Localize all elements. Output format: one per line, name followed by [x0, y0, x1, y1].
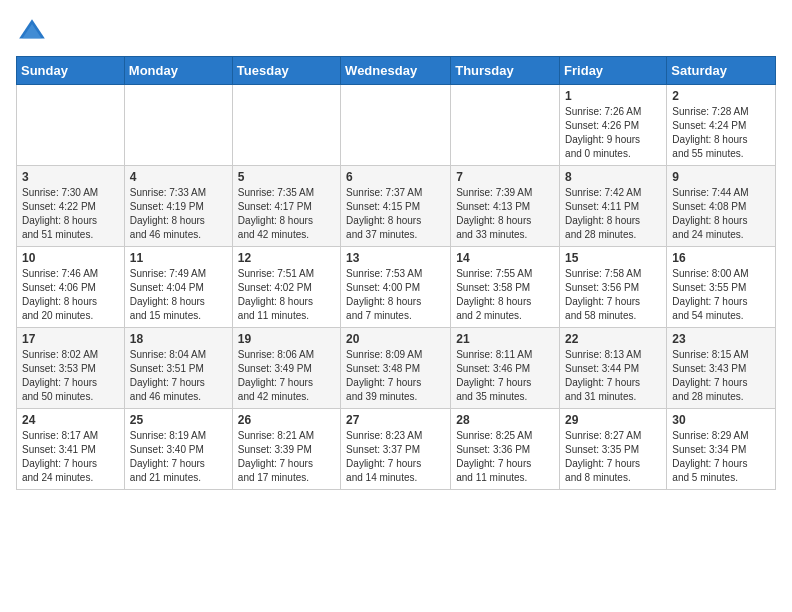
calendar-cell: 27Sunrise: 8:23 AM Sunset: 3:37 PM Dayli…	[341, 409, 451, 490]
calendar-cell: 17Sunrise: 8:02 AM Sunset: 3:53 PM Dayli…	[17, 328, 125, 409]
day-info: Sunrise: 8:19 AM Sunset: 3:40 PM Dayligh…	[130, 429, 227, 485]
calendar-cell: 24Sunrise: 8:17 AM Sunset: 3:41 PM Dayli…	[17, 409, 125, 490]
day-number: 8	[565, 170, 661, 184]
calendar-cell	[124, 85, 232, 166]
day-number: 9	[672, 170, 770, 184]
calendar-cell: 16Sunrise: 8:00 AM Sunset: 3:55 PM Dayli…	[667, 247, 776, 328]
logo-icon	[16, 16, 48, 48]
calendar-week-4: 17Sunrise: 8:02 AM Sunset: 3:53 PM Dayli…	[17, 328, 776, 409]
calendar-cell: 26Sunrise: 8:21 AM Sunset: 3:39 PM Dayli…	[232, 409, 340, 490]
weekday-header-thursday: Thursday	[451, 57, 560, 85]
calendar-cell: 8Sunrise: 7:42 AM Sunset: 4:11 PM Daylig…	[560, 166, 667, 247]
day-number: 30	[672, 413, 770, 427]
day-number: 15	[565, 251, 661, 265]
day-info: Sunrise: 8:27 AM Sunset: 3:35 PM Dayligh…	[565, 429, 661, 485]
calendar-cell: 3Sunrise: 7:30 AM Sunset: 4:22 PM Daylig…	[17, 166, 125, 247]
day-number: 21	[456, 332, 554, 346]
calendar-cell: 30Sunrise: 8:29 AM Sunset: 3:34 PM Dayli…	[667, 409, 776, 490]
day-info: Sunrise: 8:09 AM Sunset: 3:48 PM Dayligh…	[346, 348, 445, 404]
day-number: 1	[565, 89, 661, 103]
day-info: Sunrise: 8:02 AM Sunset: 3:53 PM Dayligh…	[22, 348, 119, 404]
day-info: Sunrise: 7:58 AM Sunset: 3:56 PM Dayligh…	[565, 267, 661, 323]
day-number: 12	[238, 251, 335, 265]
calendar-cell: 14Sunrise: 7:55 AM Sunset: 3:58 PM Dayli…	[451, 247, 560, 328]
day-info: Sunrise: 7:35 AM Sunset: 4:17 PM Dayligh…	[238, 186, 335, 242]
calendar-cell: 6Sunrise: 7:37 AM Sunset: 4:15 PM Daylig…	[341, 166, 451, 247]
day-number: 2	[672, 89, 770, 103]
day-number: 11	[130, 251, 227, 265]
calendar-cell: 4Sunrise: 7:33 AM Sunset: 4:19 PM Daylig…	[124, 166, 232, 247]
weekday-header-sunday: Sunday	[17, 57, 125, 85]
calendar-week-3: 10Sunrise: 7:46 AM Sunset: 4:06 PM Dayli…	[17, 247, 776, 328]
day-number: 6	[346, 170, 445, 184]
day-info: Sunrise: 7:46 AM Sunset: 4:06 PM Dayligh…	[22, 267, 119, 323]
day-info: Sunrise: 7:51 AM Sunset: 4:02 PM Dayligh…	[238, 267, 335, 323]
calendar-cell: 19Sunrise: 8:06 AM Sunset: 3:49 PM Dayli…	[232, 328, 340, 409]
calendar-header-row: SundayMondayTuesdayWednesdayThursdayFrid…	[17, 57, 776, 85]
day-number: 5	[238, 170, 335, 184]
calendar-cell: 7Sunrise: 7:39 AM Sunset: 4:13 PM Daylig…	[451, 166, 560, 247]
day-info: Sunrise: 7:28 AM Sunset: 4:24 PM Dayligh…	[672, 105, 770, 161]
calendar-cell: 5Sunrise: 7:35 AM Sunset: 4:17 PM Daylig…	[232, 166, 340, 247]
calendar-cell: 12Sunrise: 7:51 AM Sunset: 4:02 PM Dayli…	[232, 247, 340, 328]
calendar-cell	[341, 85, 451, 166]
calendar-week-2: 3Sunrise: 7:30 AM Sunset: 4:22 PM Daylig…	[17, 166, 776, 247]
day-info: Sunrise: 7:49 AM Sunset: 4:04 PM Dayligh…	[130, 267, 227, 323]
day-info: Sunrise: 8:06 AM Sunset: 3:49 PM Dayligh…	[238, 348, 335, 404]
day-number: 10	[22, 251, 119, 265]
day-info: Sunrise: 7:26 AM Sunset: 4:26 PM Dayligh…	[565, 105, 661, 161]
calendar-cell: 15Sunrise: 7:58 AM Sunset: 3:56 PM Dayli…	[560, 247, 667, 328]
calendar-cell	[17, 85, 125, 166]
weekday-header-friday: Friday	[560, 57, 667, 85]
day-info: Sunrise: 7:44 AM Sunset: 4:08 PM Dayligh…	[672, 186, 770, 242]
day-info: Sunrise: 8:00 AM Sunset: 3:55 PM Dayligh…	[672, 267, 770, 323]
day-number: 3	[22, 170, 119, 184]
calendar-cell: 11Sunrise: 7:49 AM Sunset: 4:04 PM Dayli…	[124, 247, 232, 328]
calendar-cell: 25Sunrise: 8:19 AM Sunset: 3:40 PM Dayli…	[124, 409, 232, 490]
day-info: Sunrise: 8:11 AM Sunset: 3:46 PM Dayligh…	[456, 348, 554, 404]
calendar-cell: 21Sunrise: 8:11 AM Sunset: 3:46 PM Dayli…	[451, 328, 560, 409]
weekday-header-wednesday: Wednesday	[341, 57, 451, 85]
weekday-header-saturday: Saturday	[667, 57, 776, 85]
day-number: 22	[565, 332, 661, 346]
calendar-cell: 2Sunrise: 7:28 AM Sunset: 4:24 PM Daylig…	[667, 85, 776, 166]
calendar-cell: 28Sunrise: 8:25 AM Sunset: 3:36 PM Dayli…	[451, 409, 560, 490]
calendar-week-1: 1Sunrise: 7:26 AM Sunset: 4:26 PM Daylig…	[17, 85, 776, 166]
calendar-cell: 18Sunrise: 8:04 AM Sunset: 3:51 PM Dayli…	[124, 328, 232, 409]
calendar-week-5: 24Sunrise: 8:17 AM Sunset: 3:41 PM Dayli…	[17, 409, 776, 490]
calendar-cell: 13Sunrise: 7:53 AM Sunset: 4:00 PM Dayli…	[341, 247, 451, 328]
day-number: 4	[130, 170, 227, 184]
day-info: Sunrise: 8:04 AM Sunset: 3:51 PM Dayligh…	[130, 348, 227, 404]
day-number: 17	[22, 332, 119, 346]
day-info: Sunrise: 7:55 AM Sunset: 3:58 PM Dayligh…	[456, 267, 554, 323]
calendar-cell: 29Sunrise: 8:27 AM Sunset: 3:35 PM Dayli…	[560, 409, 667, 490]
day-info: Sunrise: 7:39 AM Sunset: 4:13 PM Dayligh…	[456, 186, 554, 242]
weekday-header-tuesday: Tuesday	[232, 57, 340, 85]
day-info: Sunrise: 8:13 AM Sunset: 3:44 PM Dayligh…	[565, 348, 661, 404]
day-info: Sunrise: 7:33 AM Sunset: 4:19 PM Dayligh…	[130, 186, 227, 242]
day-number: 29	[565, 413, 661, 427]
page-header	[16, 16, 776, 48]
calendar-cell: 1Sunrise: 7:26 AM Sunset: 4:26 PM Daylig…	[560, 85, 667, 166]
day-number: 26	[238, 413, 335, 427]
day-number: 19	[238, 332, 335, 346]
day-number: 25	[130, 413, 227, 427]
day-number: 28	[456, 413, 554, 427]
day-info: Sunrise: 8:15 AM Sunset: 3:43 PM Dayligh…	[672, 348, 770, 404]
calendar-cell: 9Sunrise: 7:44 AM Sunset: 4:08 PM Daylig…	[667, 166, 776, 247]
calendar-cell	[232, 85, 340, 166]
day-info: Sunrise: 8:21 AM Sunset: 3:39 PM Dayligh…	[238, 429, 335, 485]
day-number: 20	[346, 332, 445, 346]
calendar-cell: 23Sunrise: 8:15 AM Sunset: 3:43 PM Dayli…	[667, 328, 776, 409]
day-number: 18	[130, 332, 227, 346]
day-info: Sunrise: 7:53 AM Sunset: 4:00 PM Dayligh…	[346, 267, 445, 323]
calendar-table: SundayMondayTuesdayWednesdayThursdayFrid…	[16, 56, 776, 490]
calendar-cell	[451, 85, 560, 166]
day-number: 16	[672, 251, 770, 265]
weekday-header-monday: Monday	[124, 57, 232, 85]
day-number: 14	[456, 251, 554, 265]
day-number: 27	[346, 413, 445, 427]
day-info: Sunrise: 8:17 AM Sunset: 3:41 PM Dayligh…	[22, 429, 119, 485]
day-number: 23	[672, 332, 770, 346]
day-info: Sunrise: 8:29 AM Sunset: 3:34 PM Dayligh…	[672, 429, 770, 485]
